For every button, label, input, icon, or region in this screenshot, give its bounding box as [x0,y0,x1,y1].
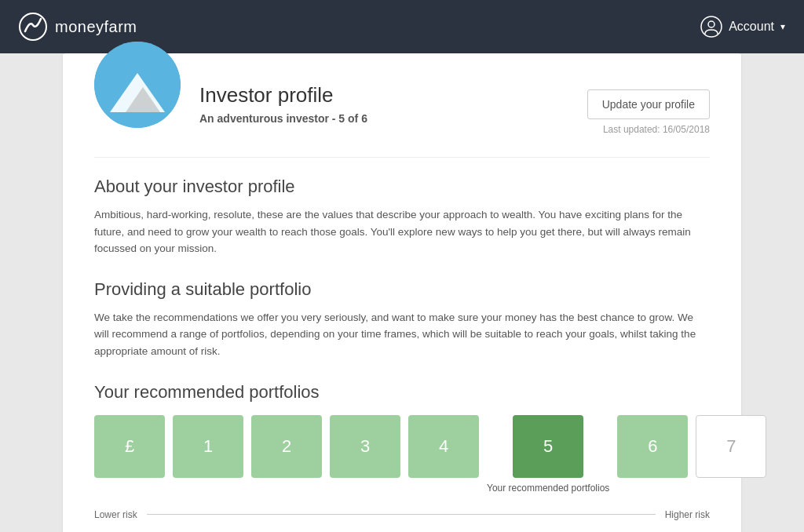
portfolio-box-wrapper-0: £ [94,415,165,478]
portfolio-box-wrapper-6: 6 [617,415,688,478]
portfolio-box-4[interactable]: 4 [408,415,479,478]
portfolio-box-wrapper-1: 1 [173,415,243,478]
lower-risk-label: Lower risk [94,509,137,520]
card-divider [94,157,710,158]
profile-title-area: Investor profile An adventurous investor… [199,77,587,125]
risk-bar: Lower risk Higher risk [94,509,710,520]
svg-point-1 [701,16,722,37]
higher-risk-label: Higher risk [665,509,710,520]
portfolio-box-£[interactable]: £ [94,415,165,478]
account-label: Account [729,20,774,34]
profile-header: Investor profile An adventurous investor… [94,77,710,135]
portfolio-box-wrapper-3: 3 [330,415,400,478]
chevron-down-icon: ▾ [780,21,785,32]
portfolio-box-wrapper-5: 5Your recommended portfolios [487,415,609,494]
update-profile-button[interactable]: Update your profile [587,89,710,119]
avatar [94,42,181,128]
portfolio-section-text: We take the recommendations we offer you… [94,309,710,360]
svg-point-2 [708,21,714,27]
portfolio-box-5[interactable]: 5 [513,415,583,478]
portfolio-box-3[interactable]: 3 [330,415,400,478]
main-content: Investor profile An adventurous investor… [0,53,804,532]
about-section-text: Ambitious, hard-working, resolute, these… [94,206,710,257]
portfolio-box-wrapper-7: 7 [696,415,766,478]
about-section-title: About your investor profile [94,177,710,197]
risk-line [147,514,656,515]
account-menu[interactable]: Account ▾ [700,16,785,38]
moneyfarm-logo-icon [19,13,47,41]
profile-card: Investor profile An adventurous investor… [63,53,741,532]
recommended-portfolios-section: Your recommended portfolios £12345Your r… [94,382,710,494]
last-updated-label: Last updated: 16/05/2018 [603,124,710,135]
recommended-section-title: Your recommended portfolios [94,382,710,403]
portfolio-box-2[interactable]: 2 [251,415,322,478]
logo-text: moneyfarm [55,18,137,36]
profile-subtitle: An adventurous investor - 5 of 6 [199,112,587,125]
portfolio-box-wrapper-4: 4 [408,415,479,478]
logo-area: moneyfarm [19,13,137,41]
avatar-circle [94,42,181,128]
portfolio-box-wrapper-2: 2 [251,415,322,478]
recommended-portfolios-label: Your recommended portfolios [487,483,609,494]
portfolio-section-title: Providing a suitable portfolio [94,279,710,300]
svg-point-0 [20,13,46,40]
portfolio-box-1[interactable]: 1 [173,415,243,478]
portfolio-box-7[interactable]: 7 [696,415,766,478]
account-icon [700,16,722,38]
avatar-image [94,42,181,128]
portfolio-boxes-container: £12345Your recommended portfolios67 [94,415,710,494]
profile-title: Investor profile [199,83,587,107]
update-area: Update your profile Last updated: 16/05/… [587,77,710,135]
portfolio-box-6[interactable]: 6 [617,415,688,478]
